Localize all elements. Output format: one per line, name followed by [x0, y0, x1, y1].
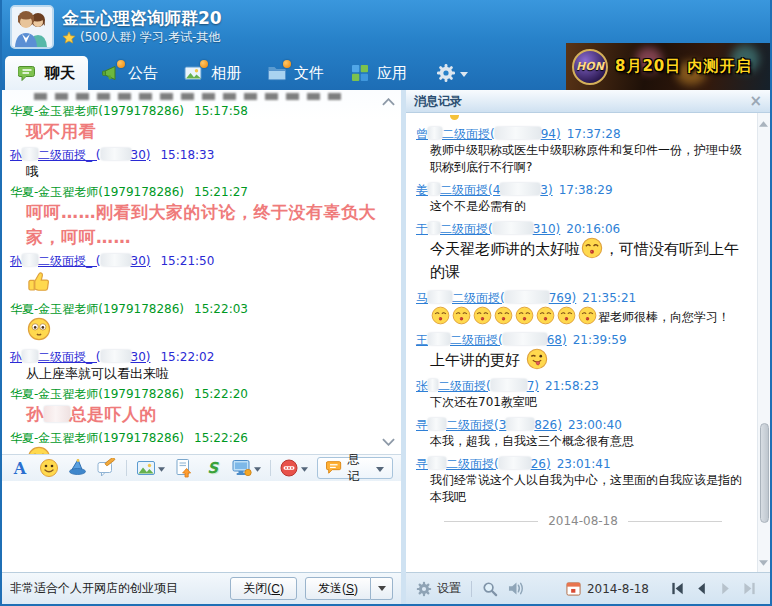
next-page-button[interactable] — [717, 580, 734, 597]
close-icon[interactable]: × — [749, 94, 762, 109]
sender-link[interactable]: 姜二级面授(43) — [416, 182, 553, 198]
sender-link[interactable]: 孙二级面授_ (30) — [10, 147, 150, 163]
emoticon-icon[interactable] — [39, 458, 59, 478]
history-settings-button[interactable]: 设置 — [416, 580, 461, 597]
previous-page-button[interactable] — [693, 580, 710, 597]
scroll-up-icon[interactable] — [382, 95, 395, 109]
sender-link[interactable]: 曾二级面授(94) — [416, 126, 561, 142]
timestamp: 15:21:50 — [160, 253, 214, 269]
censored-text — [428, 379, 438, 391]
ad-banner[interactable]: HON 8月20日 内测开启 — [566, 43, 770, 90]
message-text: 今天翟老师讲的太好啦，可惜没有听到上午的课 — [416, 237, 750, 284]
screen-share-icon[interactable] — [232, 458, 252, 478]
screenshot-icon[interactable]: S — [203, 458, 223, 478]
sender-link[interactable]: 于二级面授(310) — [416, 221, 560, 237]
toolbar-divider — [471, 581, 472, 597]
text-segment: 华夏-金玉翟老师(1979178286) — [10, 387, 184, 401]
apps-icon — [350, 63, 370, 83]
group-title: 金玉心理咨询师群20 — [62, 7, 222, 30]
main-tabs: 聊天公告相册文件应用 — [5, 56, 468, 90]
sender-link[interactable]: 孙二级面授_ (30) — [10, 253, 150, 269]
font-icon[interactable]: A — [10, 458, 30, 478]
toolbar-divider — [126, 460, 127, 476]
first-page-button[interactable] — [669, 580, 686, 597]
close-button[interactable]: 关闭(C) — [230, 577, 297, 600]
message-header: 华夏-金玉翟老师(1979178286)15:21:27 — [10, 184, 391, 200]
text-segment: 826) — [534, 418, 562, 432]
sender-link[interactable]: 华夏-金玉翟老师(1979178286) — [10, 430, 184, 446]
search-history-button[interactable] — [482, 581, 498, 597]
text-segment: 30) — [131, 148, 151, 162]
history-message: 曾二级面授(94)17:37:28教师中级职称或医生中级职称原件和复印件一份，护… — [416, 126, 750, 176]
sender-link[interactable]: 孙二级面授_ (30) — [10, 349, 150, 365]
history-date: 2014-8-18 — [587, 582, 649, 596]
sender-link[interactable]: 华夏-金玉翟老师(1979178286) — [10, 386, 184, 402]
text-segment: 姜 — [416, 183, 428, 197]
history-toolbar: 设置 2014-8-18 — [406, 572, 770, 604]
message-input[interactable] — [2, 481, 401, 572]
sound-button[interactable] — [508, 581, 524, 596]
voice-icon[interactable] — [279, 458, 299, 478]
chat-panel: 华夏-金玉翟老师(1979178286)15:17:58现不用看孙二级面授_ (… — [2, 90, 406, 604]
send-button[interactable]: 发送(S) — [305, 577, 371, 600]
text-segment: 二级面授_ ( — [38, 350, 101, 364]
sender-link[interactable]: 马二级面授(769) — [416, 290, 576, 306]
history-message: 马二级面授(769)21:35:21翟老师很棒，向您学习！ — [416, 290, 750, 326]
tab-chat[interactable]: 聊天 — [5, 56, 88, 90]
scroll-down-icon[interactable] — [382, 435, 395, 449]
text-segment: 二级面授( — [442, 127, 495, 141]
censored-text — [428, 291, 452, 303]
text-segment: 下次还在701教室吧 — [430, 395, 537, 409]
message-header: 寻二级面授(3826)23:00:40 — [416, 417, 750, 433]
text-segment: 二级面授_ ( — [38, 148, 101, 162]
titter-emoji — [27, 446, 51, 454]
sender-link[interactable]: 华夏-金玉翟老师(1979178286) — [10, 184, 184, 200]
send-options-button[interactable] — [371, 577, 393, 600]
text-segment: 华夏-金玉翟老师(1979178286) — [10, 302, 184, 316]
sender-link[interactable]: 寻二级面授(26) — [416, 456, 551, 472]
tab-files[interactable]: 文件 — [254, 56, 337, 90]
last-page-button[interactable] — [741, 580, 758, 597]
censored-text — [22, 148, 38, 160]
tab-notice[interactable]: 公告 — [88, 56, 171, 90]
text-segment: 这个不是必需有的 — [430, 199, 526, 213]
chevron-down-icon[interactable] — [301, 461, 308, 475]
screenshot-tool: S — [203, 458, 223, 478]
message-text: 孙总是吓人的 — [10, 402, 391, 427]
send-file-icon[interactable] — [174, 458, 194, 478]
scrollbar-up-icon[interactable] — [759, 116, 768, 130]
graffiti-icon[interactable] — [97, 458, 117, 478]
timestamp: 15:22:03 — [194, 301, 248, 317]
scrollbar-thumb[interactable] — [760, 423, 769, 523]
chevron-down-icon[interactable] — [158, 461, 165, 475]
censored-text — [503, 333, 547, 345]
chat-message: 孙二级面授_ (30)15:18:33哦 — [10, 147, 391, 181]
image-icon[interactable] — [136, 458, 156, 478]
sender-link[interactable]: 寻二级面授(3826) — [416, 417, 562, 433]
group-settings-button[interactable] — [436, 63, 468, 83]
sender-link[interactable]: 张二级面授(7) — [416, 378, 539, 394]
history-date-picker[interactable]: 2014-8-18 — [566, 581, 649, 596]
sender-link[interactable]: 华夏-金玉翟老师(1979178286) — [10, 103, 184, 119]
group-avatar[interactable] — [10, 5, 54, 49]
text-segment: 3) — [540, 183, 552, 197]
history-message: 姜二级面授(43)17:38:29这个不是必需有的 — [416, 182, 750, 215]
message-history-toggle-button[interactable]: 消息记录 — [317, 457, 393, 479]
censored-text — [493, 222, 533, 234]
chevron-down-icon[interactable] — [254, 461, 261, 475]
text-segment: 教师中级职称或医生中级职称原件和复印件一份，护理中级职称到底行不行啊? — [430, 143, 742, 174]
sender-link[interactable]: 王二级面授(68) — [416, 332, 567, 348]
message-header: 马二级面授(769)21:35:21 — [416, 290, 750, 306]
history-scrollbar[interactable] — [757, 113, 770, 572]
history-page-nav — [669, 580, 758, 597]
sender-link[interactable]: 华夏-金玉翟老师(1979178286) — [10, 301, 184, 317]
history-title: 消息记录 — [414, 93, 462, 110]
magic-emoticon-icon[interactable] — [68, 458, 88, 478]
scrollbar-down-icon[interactable] — [759, 555, 768, 569]
tab-album[interactable]: 相册 — [171, 56, 254, 90]
smug-emoji — [431, 306, 450, 325]
text-segment: 现不用看 — [26, 121, 96, 141]
tab-apps[interactable]: 应用 — [337, 56, 420, 90]
chat-message: 华夏-金玉翟老师(1979178286)15:21:27呵呵……刚看到大家的讨论… — [10, 184, 391, 250]
message-text — [10, 317, 391, 346]
